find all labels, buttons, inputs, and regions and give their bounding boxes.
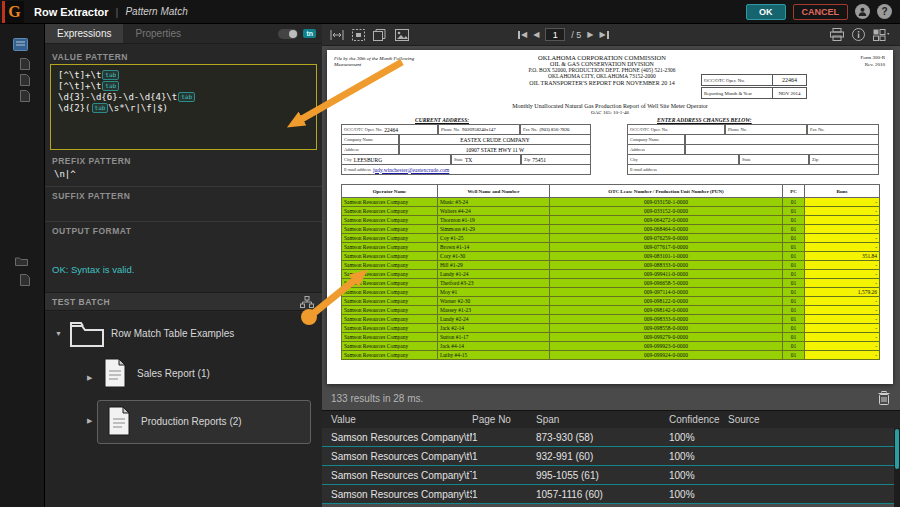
cell-runs: -	[805, 243, 880, 252]
tree-item-row-match-table-examples[interactable]: Row Match Table Examples	[111, 328, 234, 339]
tab-chip: tab	[92, 103, 109, 113]
cancel-button[interactable]: CANCEL	[793, 4, 849, 20]
folder-icon[interactable]	[15, 256, 28, 266]
tree-item-sales-report[interactable]: Sales Report (1)	[137, 368, 210, 379]
value-pattern-editor[interactable]: [^\t]+\ttab [^\t]+\ttab \d{3}-\d{6}-\d-\…	[50, 64, 317, 150]
result-row[interactable]: Samson Resources Company\tMusic #3-24...…	[322, 428, 900, 447]
first-page-button[interactable]: ◀	[518, 31, 527, 39]
pages-icon[interactable]	[373, 29, 387, 41]
help-icon[interactable]: ?	[877, 4, 892, 19]
pattern-text: [^\t]+\t	[58, 70, 101, 80]
next-page-button[interactable]: ▶	[587, 31, 593, 39]
production-table-row: Samson Resources Company Brown #1-14 009…	[342, 243, 880, 252]
cell-pun: 009-099279-0-0000	[550, 333, 783, 342]
expand-arrow-icon[interactable]: ▼	[55, 330, 62, 337]
expand-arrow-icon[interactable]: ▶	[87, 374, 92, 382]
col-otc-lease-number: OTC Lease Number / Production Unit Numbe…	[550, 185, 783, 198]
cell-pun: 009-098142-0-0000	[550, 306, 783, 315]
scrollbar-thumb[interactable]	[895, 429, 899, 469]
result-row[interactable]: Samson Resources Company\tThornton #... …	[322, 466, 900, 485]
navigation-strip	[0, 24, 45, 507]
document-icon[interactable]	[20, 90, 30, 102]
print-icon[interactable]	[830, 28, 844, 41]
cell-pun: 009-068464-0-0000	[550, 225, 783, 234]
cell-operator: Samson Resources Company	[342, 333, 438, 342]
reporting-month-box: Reporting Month & Year NOV 2014	[701, 87, 807, 99]
cell-pc: 01	[783, 279, 805, 288]
result-page: 1	[472, 451, 536, 462]
cell-pc: 01	[783, 306, 805, 315]
file-by-note: File by the 30th of the Month Following …	[334, 56, 426, 68]
result-span: 932-991 (60)	[536, 451, 669, 462]
info-icon[interactable]	[852, 28, 865, 41]
cell-pc: 01	[783, 225, 805, 234]
last-page-button[interactable]: ▶	[599, 31, 608, 39]
clear-results-icon[interactable]	[878, 391, 890, 405]
cell-operator: Samson Resources Company	[342, 297, 438, 306]
production-table-row: Samson Resources Company Jack #2-14 009-…	[342, 324, 880, 333]
folder-icon[interactable]	[69, 320, 105, 348]
document-icon[interactable]	[20, 58, 30, 70]
oper-no-value: 22464	[772, 75, 806, 85]
page-number-input[interactable]: 1	[545, 28, 565, 41]
result-value: Samson Resources Company\tThornton #...	[322, 470, 472, 481]
result-span: 995-1055 (61)	[536, 470, 669, 481]
result-row[interactable]: Samson Resources Company\tWalters #4-...…	[322, 447, 900, 466]
results-col-page[interactable]: Page No	[472, 414, 536, 425]
zoom-region-icon[interactable]	[352, 29, 365, 41]
cell-pun: 009-098333-0-0000	[550, 315, 783, 324]
batch-root-icon[interactable]	[13, 38, 28, 51]
cell-runs: -	[805, 315, 880, 324]
result-row[interactable]: Samson Resources Company\tSimmons #... 1…	[322, 485, 900, 504]
cell-pun: 009-098122-0-0000	[550, 297, 783, 306]
cell-pc: 01	[783, 288, 805, 297]
cell-pun: 009-064272-0-0000	[550, 216, 783, 225]
document-icon	[107, 406, 131, 436]
oper-no-box: OCC/OTC Oper. No. 22464	[701, 74, 807, 86]
fit-width-icon[interactable]	[330, 29, 344, 41]
cell-well: Simmons #1-29	[438, 225, 550, 234]
user-icon[interactable]	[855, 4, 870, 19]
production-table-row: Samson Resources Company Cory #1-30 009-…	[342, 252, 880, 261]
image-icon[interactable]	[395, 29, 409, 41]
agency-name: OKLAHOMA CORPORATION COMMISSION	[437, 54, 767, 61]
results-col-span[interactable]: Span	[536, 414, 669, 425]
results-col-value[interactable]: Value	[322, 414, 472, 425]
results-col-confidence[interactable]: Confidence	[669, 414, 728, 425]
tab-expressions[interactable]: Expressions	[45, 24, 123, 43]
cell-operator: Samson Resources Company	[342, 351, 438, 360]
toggle-icon[interactable]	[278, 29, 298, 39]
test-batch-label: TEST BATCH	[52, 297, 110, 307]
cell-well: Walters #4-24	[438, 207, 550, 216]
cell-runs: -	[805, 261, 880, 270]
production-table-row: Samson Resources Company Thornton #1-19 …	[342, 216, 880, 225]
expressions-panel: Expressions Properties tn VALUE PATTERN …	[45, 24, 322, 507]
production-table: Operator Name Well Name and Number OTC L…	[341, 184, 880, 360]
topbar: G Row Extractor | Pattern Match OK CANCE…	[0, 0, 900, 24]
cell-operator: Samson Resources Company	[342, 234, 438, 243]
pattern-line: [^\t]+\ttab	[58, 81, 309, 92]
ok-button[interactable]: OK	[746, 4, 786, 20]
batch-tree-icon[interactable]	[300, 296, 314, 308]
previous-page-button[interactable]: ◀	[533, 31, 539, 39]
form-number: Form 300-RRev. 2010	[860, 55, 885, 68]
tab-properties[interactable]: Properties	[123, 24, 193, 43]
page-total-label: / 5	[571, 30, 581, 40]
expand-arrow-icon[interactable]: ▶	[87, 417, 92, 425]
results-scrollbar[interactable]	[894, 428, 900, 507]
cell-operator: Samson Resources Company	[342, 261, 438, 270]
cell-pc: 01	[783, 324, 805, 333]
results-col-source[interactable]: Source	[728, 414, 900, 425]
app-logo-icon: G	[2, 1, 24, 23]
cell-pc: 01	[783, 315, 805, 324]
document-icon[interactable]	[20, 274, 30, 286]
document-icon[interactable]	[103, 358, 127, 388]
prefix-pattern-value[interactable]: \n|^	[54, 169, 76, 179]
cell-pc: 01	[783, 297, 805, 306]
document-page[interactable]: File by the 30th of the Month Following …	[327, 50, 893, 384]
cell-pc: 01	[783, 351, 805, 360]
document-icon[interactable]	[20, 74, 30, 86]
title-separator: |	[116, 6, 119, 18]
layout-options-icon[interactable]	[873, 29, 890, 41]
cell-well: Jack #2-14	[438, 324, 550, 333]
